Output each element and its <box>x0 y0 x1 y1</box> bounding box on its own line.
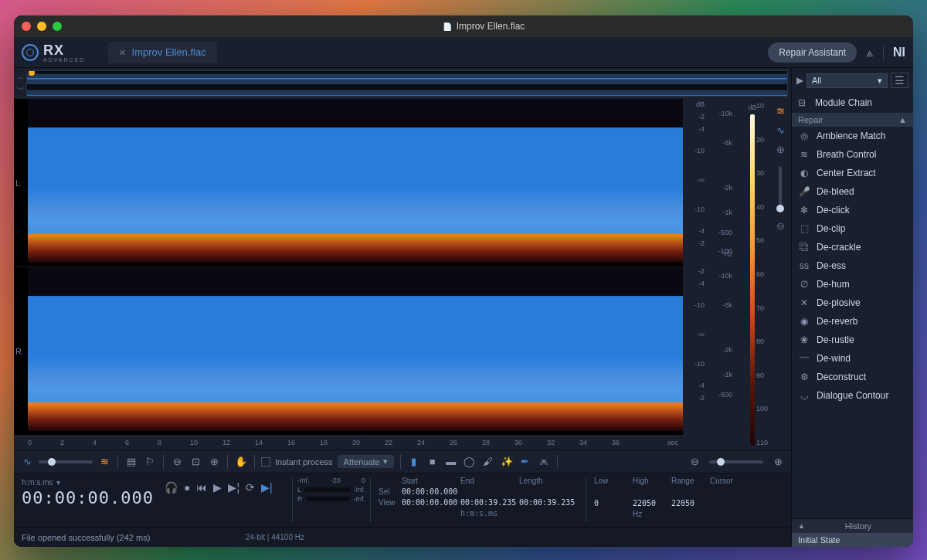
pen-tool-icon[interactable]: ✒ <box>518 455 532 469</box>
ni-logo: NI <box>883 46 905 59</box>
module-de-ess[interactable]: ssDe-ess <box>792 256 913 275</box>
document-icon: 📄 <box>443 22 452 31</box>
close-tab-icon[interactable]: × <box>119 46 125 59</box>
grab-tool-icon[interactable]: ✋ <box>234 455 248 469</box>
clip-list-icon[interactable]: ▤ <box>124 455 138 469</box>
de-ess-icon: ss <box>798 260 810 271</box>
app-window: 📄 Improv Ellen.flac RX ADVANCED × Improv… <box>14 15 913 547</box>
opacity-slider[interactable] <box>39 460 93 463</box>
timefreq-select-tool-icon[interactable]: ■ <box>426 455 440 469</box>
minimize-window-button[interactable] <box>37 22 46 31</box>
zoom-in-icon[interactable]: ⊕ <box>207 455 221 469</box>
history-title: History <box>845 521 871 531</box>
module-de-wind[interactable]: 〰De-wind <box>792 349 913 368</box>
module-dialogue-contour[interactable]: ◡Dialogue Contour <box>792 386 913 405</box>
repair-assistant-button[interactable]: Repair Assistant <box>768 42 857 63</box>
zoom-selection-icon[interactable]: ⊡ <box>188 455 202 469</box>
wand-tool-icon[interactable]: ✨ <box>500 455 514 469</box>
timeline-ruler[interactable]: 0 2 4 6 8 10 12 14 16 18 20 22 24 26 <box>14 436 683 450</box>
history-panel: ▲History Initial State <box>792 518 913 547</box>
logo-icon <box>22 44 39 61</box>
app-logo: RX ADVANCED <box>22 42 85 63</box>
module-breath-control[interactable]: ≋Breath Control <box>792 145 913 164</box>
svg-rect-4 <box>27 90 787 97</box>
process-mode-select[interactable]: Attenuate▾ <box>338 455 394 468</box>
rewind-button[interactable]: ⏮ <box>196 481 207 494</box>
module-play-icon[interactable]: ▶ <box>796 75 803 86</box>
play-button[interactable]: ▶ <box>213 481 222 494</box>
spectrogram-channels[interactable]: L <box>14 99 683 450</box>
markers-icon[interactable]: ⚐ <box>143 455 157 469</box>
app-name: RX <box>43 42 85 59</box>
loop-preview-button[interactable]: ▶¦ <box>228 481 239 494</box>
category-repair[interactable]: Repair ▲ <box>792 113 913 127</box>
zoom-window-button[interactable] <box>53 22 62 31</box>
spectrogram-icon[interactable]: ≋ <box>97 455 111 469</box>
triangle-up-icon: ▲ <box>898 115 907 124</box>
headphones-icon[interactable]: 🎧 <box>165 481 178 494</box>
broadcast-icon[interactable]: ⟁ <box>866 46 874 59</box>
module-de-rustle[interactable]: ❀De-rustle <box>792 331 913 349</box>
module-chain-button[interactable]: ⊟ Module Chain <box>792 93 913 113</box>
module-list: ◎Ambience Match ≋Breath Control ◐Center … <box>792 127 913 518</box>
spectrogram-view-icon[interactable]: ≋ <box>776 105 785 117</box>
chevron-down-icon: ▾ <box>878 76 882 86</box>
module-center-extract[interactable]: ◐Center Extract <box>792 164 913 182</box>
window-title: 📄 Improv Ellen.flac <box>62 21 905 32</box>
module-de-hum[interactable]: ∅De-hum <box>792 275 913 294</box>
view-side-tools: ≋ ∿ ⊕ ⊖ <box>769 99 791 450</box>
channel-right: R <box>14 267 683 436</box>
file-tab[interactable]: × Improv Ellen.flac <box>108 42 216 63</box>
time-select-tool-icon[interactable]: ▮ <box>407 455 421 469</box>
zoom-in-h-icon[interactable]: ⊕ <box>771 455 785 469</box>
waveform-view-icon[interactable]: ∿ <box>776 124 785 136</box>
return-button[interactable]: ▶| <box>261 481 273 494</box>
module-de-crackle[interactable]: ⿻De-crackle <box>792 238 913 256</box>
freq-select-tool-icon[interactable]: ▬ <box>444 455 458 469</box>
window-title-text: Improv Ellen.flac <box>457 21 525 32</box>
module-menu-icon[interactable]: ☰ <box>891 73 908 88</box>
timeline-unit: sec <box>667 439 678 446</box>
waveform-icon[interactable]: ∿ <box>20 455 34 469</box>
zoom-in-freq-icon[interactable]: ⊕ <box>776 144 785 155</box>
selection-view-block: StartEndLength Sel00:00:00.000 View00:00… <box>371 473 586 527</box>
horizontal-zoom-slider[interactable] <box>709 460 763 463</box>
de-wind-icon: 〰 <box>798 353 810 364</box>
collapse-up-icon[interactable]: ︿ <box>17 72 25 83</box>
channel-left: L <box>14 99 683 267</box>
triangle-up-icon: ▲ <box>798 522 805 530</box>
module-chain-icon: ⊟ <box>798 97 809 108</box>
module-de-click[interactable]: ✻De-click <box>792 201 913 219</box>
zoom-out-h-icon[interactable]: ⊖ <box>688 455 701 469</box>
transport-bar: h:m:s.ms▾ 00:00:00.000 🎧 ● ⏮ ▶ ▶¦ ⟳ ▶| <box>14 473 791 527</box>
loop-button[interactable]: ⟳ <box>246 481 255 494</box>
zoom-out-icon[interactable]: ⊖ <box>170 455 184 469</box>
module-deconstruct[interactable]: ⚙Deconstruct <box>792 368 913 386</box>
record-button[interactable]: ● <box>184 481 190 494</box>
module-de-clip[interactable]: ⬚De-clip <box>792 219 913 238</box>
collapse-down-icon[interactable]: ﹀ <box>17 84 25 95</box>
brush-tool-icon[interactable]: 🖌 <box>481 455 495 469</box>
overview-waveform[interactable] <box>26 70 788 97</box>
close-window-button[interactable] <box>22 22 31 31</box>
freq-zoom-slider[interactable] <box>779 166 782 212</box>
lasso-tool-icon[interactable]: ◯ <box>463 455 477 469</box>
db-scale: dB -2 -4 -10 -∞ -10 -4 -2 -2 -4 -10 -∞ -… <box>683 99 708 450</box>
meter-bar-left <box>304 487 350 492</box>
module-filter-select[interactable]: All▾ <box>806 73 888 88</box>
module-de-plosive[interactable]: ✕De-plosive <box>792 294 913 312</box>
instant-process-checkbox[interactable] <box>261 457 270 467</box>
main-panel: ︿ ﹀ <box>14 68 791 547</box>
module-de-bleed[interactable]: 🎤De-bleed <box>792 182 913 201</box>
history-item[interactable]: Initial State <box>792 533 913 547</box>
module-ambience-match[interactable]: ◎Ambience Match <box>792 127 913 145</box>
spectro-canvas-left[interactable] <box>28 99 683 263</box>
zoom-out-freq-icon[interactable]: ⊖ <box>776 220 785 232</box>
spectro-canvas-right[interactable] <box>28 267 683 431</box>
de-crackle-icon: ⿻ <box>798 242 810 253</box>
connect-tool-icon[interactable]: ⩕ <box>537 455 551 469</box>
de-hum-icon: ∅ <box>798 279 810 290</box>
history-header[interactable]: ▲History <box>792 519 913 533</box>
app-topbar: RX ADVANCED × Improv Ellen.flac Repair A… <box>14 37 913 68</box>
module-de-reverb[interactable]: ◉De-reverb <box>792 312 913 331</box>
